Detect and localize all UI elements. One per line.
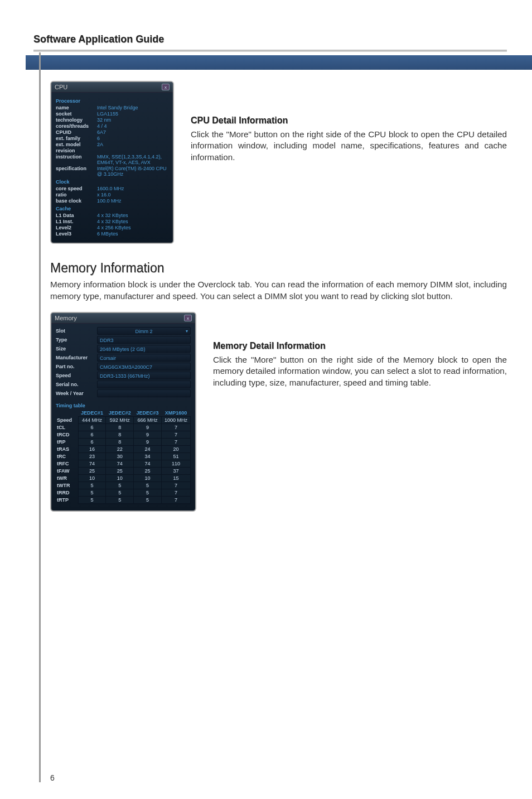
cpu-row-value: 6A7 [97, 129, 168, 135]
memory-info-row: ManufacturerCorsair [56, 354, 191, 362]
timing-row-label: tRC [56, 453, 78, 460]
timing-header: JEDEC#1 [78, 410, 106, 417]
cpu-section-cache: Cache [56, 206, 168, 211]
cpu-row-value: 4 x 256 KBytes [97, 225, 168, 230]
cpu-row: ext. family6 [56, 136, 168, 141]
cpu-row-key: revision [56, 148, 97, 153]
cpu-row-key: core speed [56, 186, 97, 191]
timing-row-label: Speed [56, 417, 78, 424]
timing-cell: 20 [161, 446, 190, 453]
timing-cell: 1000 MHz [161, 417, 190, 424]
cpu-row: base clock100.0 MHz [56, 198, 168, 204]
timing-header: JEDEC#3 [134, 410, 162, 417]
timing-header: XMP1600 [161, 410, 190, 417]
cpu-row: nameIntel Sandy Bridge [56, 105, 168, 110]
timing-row-label: tRAS [56, 446, 78, 453]
timing-cell: 15 [161, 475, 190, 482]
cpu-section-processor: Processor [56, 98, 168, 104]
cpu-panel-title: CPU [55, 84, 67, 90]
cpu-row-key: ratio [56, 192, 97, 198]
cpu-row-key: L1 Inst. [56, 219, 97, 224]
timing-cell: 7 [161, 439, 190, 446]
timing-row: tRCD6897 [56, 431, 191, 439]
timing-cell: 5 [106, 489, 134, 497]
timing-cell: 8 [106, 424, 134, 431]
timing-cell: 5 [78, 497, 106, 504]
timing-cell: 7 [161, 482, 190, 489]
cpu-row-value: LGA1155 [97, 111, 168, 117]
cpu-row: L1 Inst.4 x 32 KBytes [56, 219, 168, 224]
timing-cell: 5 [134, 497, 162, 504]
cpu-row: technology32 nm [56, 117, 168, 123]
timing-row-label: tRFC [56, 460, 78, 468]
timing-table-label: Timing table [56, 403, 191, 408]
memory-row-value: DDR3 [97, 336, 191, 344]
timing-cell: 37 [161, 468, 190, 475]
timing-cell: 592 MHz [106, 417, 134, 424]
timing-row-label: tRRD [56, 489, 78, 497]
timing-cell: 5 [134, 489, 162, 497]
memory-row-key: Part no. [56, 364, 97, 369]
timing-row: tRTP5557 [56, 497, 191, 504]
cpu-row-value: 32 nm [97, 117, 168, 123]
cpu-row-key: specification [56, 166, 97, 177]
memory-info-row: SpeedDDR3-1333 (667MHz) [56, 372, 191, 379]
memory-info-row: Size2048 MBytes (2 GB) [56, 345, 191, 353]
timing-row: tRP6897 [56, 439, 191, 446]
timing-cell: 8 [106, 431, 134, 439]
timing-cell: 9 [134, 439, 162, 446]
timing-cell: 7 [161, 497, 190, 504]
timing-row: Speed444 MHz592 MHz666 MHz1000 MHz [56, 417, 191, 424]
memory-row-value: Corsair [97, 354, 191, 362]
cpu-row-value: Intel(R) Core(TM) i5-2400 CPU @ 3.10GHz [97, 166, 168, 177]
timing-cell: 25 [106, 468, 134, 475]
timing-cell: 8 [106, 439, 134, 446]
timing-cell: 10 [106, 475, 134, 482]
timing-row-label: tWR [56, 475, 78, 482]
timing-cell: 7 [161, 431, 190, 439]
cpu-row: Level24 x 256 KBytes [56, 225, 168, 230]
cpu-row: cores/threads4 / 4 [56, 123, 168, 129]
memory-row-key: Speed [56, 373, 97, 378]
slot-dropdown[interactable]: Dimm 2 [97, 327, 191, 335]
timing-row-label: tWTR [56, 482, 78, 489]
memory-detail-body: Click the "More" button on the right sid… [213, 354, 507, 389]
cpu-row-key: technology [56, 117, 97, 123]
cpu-detail-title: CPU Detail Information [191, 114, 507, 127]
cpu-row: core speed1600.0 MHz [56, 186, 168, 191]
timing-row: tFAW25252537 [56, 468, 191, 475]
memory-panel: Memory x Slot Dimm 2 TypeDDR3Size2048 MB… [50, 312, 196, 512]
memory-panel-title: Memory [55, 315, 77, 321]
timing-cell: 74 [106, 460, 134, 468]
memory-row-value: CMG6GX3M3A2000C7 [97, 363, 191, 370]
cpu-section-clock: Clock [56, 179, 168, 185]
cpu-row-value: 6 MBytes [97, 231, 168, 237]
close-icon[interactable]: x [184, 315, 192, 321]
timing-cell: 5 [134, 482, 162, 489]
memory-detail-title: Memory Detail Information [213, 340, 507, 352]
memory-info-row: Serial no. [56, 381, 191, 388]
blue-band [26, 55, 532, 70]
cpu-row: ext. model2A [56, 142, 168, 147]
memory-row-value: 2048 MBytes (2 GB) [97, 345, 191, 353]
cpu-row: socketLGA1155 [56, 111, 168, 117]
timing-cell: 23 [78, 453, 106, 460]
cpu-row-key: base clock [56, 198, 97, 204]
cpu-row-value: x 16.0 [97, 192, 168, 198]
memory-row-key: Type [56, 337, 97, 343]
memory-desc: Memory information block is under the Ov… [50, 279, 507, 302]
cpu-row: ratiox 16.0 [56, 192, 168, 198]
timing-header [56, 410, 78, 417]
memory-row-value [97, 389, 191, 397]
close-icon[interactable]: x [162, 84, 170, 90]
timing-row: tRC23303451 [56, 453, 191, 460]
timing-cell: 6 [78, 424, 106, 431]
timing-cell: 22 [106, 446, 134, 453]
cpu-row-value: MMX, SSE(1,2,3,3S,4.1,4.2), EM64T, VT-x,… [97, 154, 168, 165]
timing-cell: 5 [106, 482, 134, 489]
cpu-row-key: cores/threads [56, 123, 97, 129]
timing-cell: 34 [134, 453, 162, 460]
timing-row: tRAS16222420 [56, 446, 191, 453]
page-header-title: Software Application Guide [33, 33, 507, 45]
timing-cell: 24 [134, 446, 162, 453]
